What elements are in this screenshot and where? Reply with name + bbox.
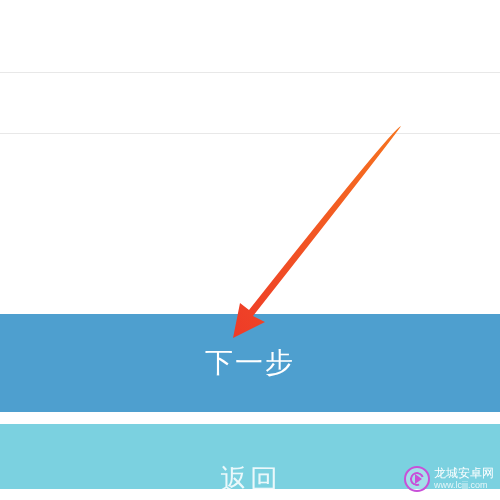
back-button[interactable]: 返回 xyxy=(0,424,500,489)
next-button-label: 下一步 xyxy=(205,344,295,382)
header-area xyxy=(0,0,500,72)
content-spacer xyxy=(0,134,500,314)
button-gap xyxy=(0,412,500,424)
form-row xyxy=(0,73,500,133)
next-button[interactable]: 下一步 xyxy=(0,314,500,412)
back-button-label: 返回 xyxy=(220,461,280,499)
